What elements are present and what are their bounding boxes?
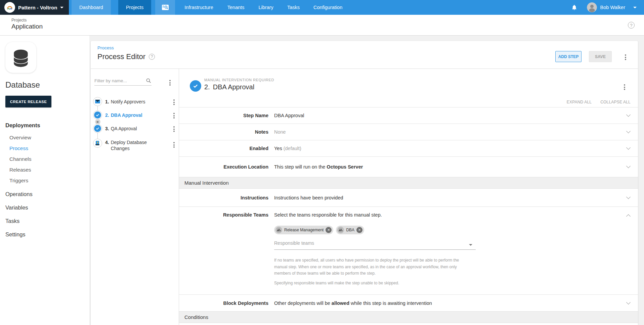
row-block-deployments[interactable]: Block Deployments Other deployments will… [179,294,638,311]
overflow-menu-icon[interactable] [173,112,175,119]
step-name: DBA Approval [111,112,142,118]
remove-chip-icon[interactable]: × [326,227,332,233]
check-circle-icon [93,124,102,133]
step-type-kicker: MANUAL INTERVENTION REQUIRED [204,78,274,82]
chevron-down-icon[interactable] [626,112,631,117]
project-logo [5,42,36,73]
database-icon [10,47,31,68]
filter-field [94,78,152,86]
team-chip-dba[interactable]: DBA × [336,226,364,234]
field-label: Step Name [179,113,268,118]
row-instructions[interactable]: Instructions Instructions have been prov… [179,188,638,206]
field-help-text: If no teams are specified, all users who… [274,257,464,286]
sidebar-item-overview[interactable]: Overview [9,135,84,141]
field-value: DBA Approval [274,113,304,118]
field-label: Notes [179,129,268,135]
people-icon [337,227,344,233]
overflow-menu-icon[interactable] [173,141,175,148]
user-name[interactable]: Bob Walker [600,5,625,10]
sidebar-group-deployments[interactable]: Deployments [5,122,84,129]
step-item-notify-approvers[interactable]: 1.Notify Approvers [91,97,179,106]
dropdown-caret-icon [469,244,472,246]
process-editor-title: Process Editor [97,52,145,61]
nav-infrastructure[interactable]: Infrastructure [179,0,218,15]
nav-search-button[interactable] [155,0,175,15]
filter-by-name-input[interactable] [94,78,145,83]
nav-configuration[interactable]: Configuration [308,0,348,15]
step-name: DBA Approval [213,83,254,91]
chevron-down-icon[interactable] [626,129,631,133]
sidebar-group-operations[interactable]: Operations [5,191,84,198]
search-icon [145,78,152,84]
add-step-button[interactable]: ADD STEP [555,51,582,62]
row-execution-location[interactable]: Execution Location This step will run on… [179,156,638,177]
check-circle-icon [190,80,201,92]
step-item-dba-approval[interactable]: 2.DBA Approval [91,110,179,120]
step-number: 2. [204,83,210,91]
step-number: 3. [105,126,109,132]
sidebar-group-variables[interactable]: Variables [5,204,84,211]
octopus-logo-icon [4,2,15,13]
sidebar-group-settings[interactable]: Settings [5,231,84,238]
save-button[interactable]: SAVE [589,51,612,62]
create-release-button[interactable]: CREATE RELEASE [5,96,51,107]
chevron-down-icon[interactable] [626,195,631,199]
section-conditions: Conditions [179,311,638,323]
field-label: Instructions [179,195,268,200]
chevron-down-icon[interactable] [626,145,631,150]
space-switcher[interactable]: Pattern - Voltron [0,0,69,15]
user-avatar[interactable] [587,2,597,12]
chevron-down-icon[interactable] [633,7,637,8]
row-step-name[interactable]: Step Name DBA Approval [179,107,638,124]
step-item-qa-approval[interactable]: 3.QA Approval [91,124,179,133]
row-notes[interactable]: Notes None [179,124,638,140]
sidebar-group-tasks[interactable]: Tasks [5,218,84,225]
chip-label: Release Management [284,228,324,232]
nav-tasks[interactable]: Tasks [282,0,305,15]
step-number: 2. [105,112,109,118]
help-icon[interactable] [628,22,635,29]
sidebar-item-process[interactable]: Process [9,145,84,152]
breadcrumb[interactable]: Projects [11,15,644,22]
overflow-menu-icon[interactable] [173,126,175,133]
project-name: Database [5,80,84,90]
step-item-deploy-database-changes[interactable]: 4.Deploy Database Changes [91,139,179,152]
overflow-menu-icon[interactable] [624,54,627,61]
nav-tenants[interactable]: Tenants [222,0,250,15]
overflow-menu-icon[interactable] [623,84,626,91]
nav-projects[interactable]: Projects [118,0,151,15]
step-detail-panel: MANUAL INTERVENTION REQUIRED 2. DBA Appr… [179,69,638,325]
step-list-panel: 1.Notify Approvers 2.DBA Approval = [91,69,179,325]
step-detail-header: MANUAL INTERVENTION REQUIRED 2. DBA Appr… [179,69,638,107]
collapse-all-link[interactable]: COLLAPSE ALL [600,100,631,104]
overflow-menu-icon[interactable] [173,99,175,106]
chevron-down-icon [60,7,63,8]
chevron-up-icon[interactable] [626,214,631,219]
field-label: Execution Location [179,164,268,170]
space-name: Pattern - Voltron [18,5,57,10]
process-breadcrumb-link[interactable]: Process [97,45,114,50]
sidebar-item-triggers[interactable]: Triggers [9,178,84,184]
nav-library[interactable]: Library [253,0,279,15]
team-chips: Release Management × DBA × [274,226,476,234]
chevron-down-icon[interactable] [626,164,631,168]
breadcrumb-bar: Projects Application [0,15,644,36]
chevron-down-icon[interactable] [626,300,631,305]
expand-all-link[interactable]: EXPAND ALL [567,100,592,104]
sidebar-item-channels[interactable]: Channels [9,156,84,163]
responsible-teams-select[interactable]: Responsible teams [274,240,476,250]
field-label: Responsible Teams [179,207,268,218]
notifications-bell-icon[interactable] [571,4,577,11]
row-enabled[interactable]: Enabled Yes (default) [179,140,638,156]
remove-chip-icon[interactable]: × [356,227,362,233]
overflow-menu-icon[interactable] [169,79,171,86]
field-value: Instructions have been provided [274,195,343,200]
top-nav-right: Bob Walker [571,0,644,15]
nav-dashboard[interactable]: Dashboard [72,0,111,15]
team-chip-release-management[interactable]: Release Management × [274,226,333,234]
help-icon[interactable] [149,54,155,60]
sidebar-item-releases[interactable]: Releases [9,167,84,174]
row-partial [179,323,638,325]
page-title: Application [11,23,644,30]
field-value: Other deployments will be allowed while … [274,300,432,306]
